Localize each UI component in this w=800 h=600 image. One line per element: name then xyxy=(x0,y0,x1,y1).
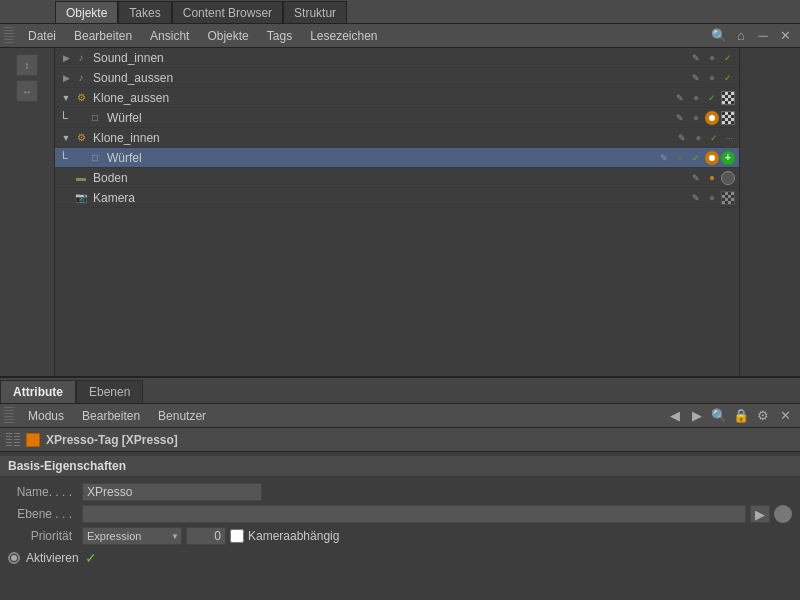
ebene-arrow-icon[interactable]: ▶ xyxy=(750,505,770,523)
menu-lesezeichen[interactable]: Lesezeichen xyxy=(302,27,385,45)
table-row[interactable]: ▶ ♪ Sound_aussen ✎ ● ✓ xyxy=(55,68,739,88)
gear-attr-icon[interactable]: ⚙ xyxy=(754,407,772,425)
menu-modus[interactable]: Modus xyxy=(20,407,72,425)
tab-struktur[interactable]: Struktur xyxy=(283,1,347,23)
tab-takes[interactable]: Takes xyxy=(118,1,171,23)
expand-arrow[interactable]: ▶ xyxy=(59,53,73,63)
dot-icon[interactable]: ● xyxy=(691,131,705,145)
camera-icon: 📷 xyxy=(73,190,89,206)
ebene-input[interactable] xyxy=(82,505,746,523)
prop-row-ebene: Ebene . . . ▶ xyxy=(0,503,800,525)
dot-icon[interactable]: ● xyxy=(705,71,719,85)
menu-bearbeiten-attr[interactable]: Bearbeiten xyxy=(74,407,148,425)
cloner-icon: ⚙ xyxy=(73,130,89,146)
arrow-left-icon[interactable]: ◀ xyxy=(666,407,684,425)
table-row[interactable]: ▬ Boden ✎ ● xyxy=(55,168,739,188)
dot-icon[interactable]: ● xyxy=(705,191,719,205)
menu-objekte[interactable]: Objekte xyxy=(199,27,256,45)
dropdown-wrapper: Expression ▼ xyxy=(82,527,182,545)
name-input[interactable] xyxy=(82,483,262,501)
edit-icon[interactable]: ✎ xyxy=(657,151,671,165)
object-name: Würfel xyxy=(107,111,673,125)
sidebar-btn-1[interactable]: ↕ xyxy=(16,54,38,76)
obj-controls: ✎ ● xyxy=(689,191,739,205)
menu-bar: Datei Bearbeiten Ansicht Objekte Tags Le… xyxy=(0,24,800,48)
kameraabhaengig-checkbox[interactable] xyxy=(230,529,244,543)
check-icon[interactable]: ✓ xyxy=(689,151,703,165)
close-icon[interactable]: ✕ xyxy=(776,27,794,45)
tab-attribute[interactable]: Attribute xyxy=(0,380,76,403)
search-attr-icon[interactable]: 🔍 xyxy=(710,407,728,425)
table-row[interactable]: ▼ ⚙ Klone_innen ✎ ● ✓ ··· xyxy=(55,128,739,148)
edit-icon[interactable]: ✎ xyxy=(689,171,703,185)
object-name: Sound_aussen xyxy=(93,71,689,85)
menu-bearbeiten[interactable]: Bearbeiten xyxy=(66,27,140,45)
table-row[interactable]: └ □ Würfel ✎ ● xyxy=(55,108,739,128)
xpresso-tag-icon xyxy=(26,433,40,447)
dot-icon[interactable]: ● xyxy=(673,151,687,165)
edit-icon[interactable]: ✎ xyxy=(689,191,703,205)
close-attr-icon[interactable]: ✕ xyxy=(776,407,794,425)
obj-controls: ✎ ● ✓ xyxy=(689,51,739,65)
object-name: Klone_aussen xyxy=(93,91,673,105)
dot-icon[interactable]: ● xyxy=(689,91,703,105)
menu-benutzer[interactable]: Benutzer xyxy=(150,407,214,425)
object-name: Sound_innen xyxy=(93,51,689,65)
object-name: Klone_innen xyxy=(93,131,675,145)
sidebar-btn-2[interactable]: ↔ xyxy=(16,80,38,102)
menu-tags[interactable]: Tags xyxy=(259,27,300,45)
obj-controls: ✎ ● xyxy=(673,111,739,125)
prioritaet-dropdown[interactable]: Expression xyxy=(82,527,182,545)
home-icon[interactable]: ⌂ xyxy=(732,27,750,45)
expand-arrow-open[interactable]: ▼ xyxy=(59,133,73,143)
edit-icon[interactable]: ✎ xyxy=(673,111,687,125)
grip-icon xyxy=(4,407,14,425)
ebene-label: Ebene . . . xyxy=(8,507,78,521)
edit-icon[interactable]: ✎ xyxy=(675,131,689,145)
minus-icon[interactable]: ─ xyxy=(754,27,772,45)
dot-icon[interactable]: ● xyxy=(705,171,719,185)
check-icon[interactable]: ✓ xyxy=(705,91,719,105)
table-row[interactable]: ▼ ⚙ Klone_aussen ✎ ● ✓ xyxy=(55,88,739,108)
prioritaet-number[interactable] xyxy=(186,527,226,545)
add-badge-icon: + xyxy=(721,151,735,165)
prop-row-prioritaet: Priorität Expression ▼ Kameraabhängig xyxy=(0,525,800,547)
obj-controls: ✎ ● ✓ ··· xyxy=(675,131,739,145)
arrow-right-icon[interactable]: ▶ xyxy=(688,407,706,425)
attr-tab-bar: Attribute Ebenen xyxy=(0,378,800,404)
edit-icon[interactable]: ✎ xyxy=(689,51,703,65)
table-row[interactable]: ▶ ♪ Sound_innen ✎ ● ✓ xyxy=(55,48,739,68)
check-icon[interactable]: ✓ xyxy=(721,71,735,85)
xpresso-header: XPresso-Tag [XPresso] xyxy=(0,428,800,452)
ebene-color-icon[interactable] xyxy=(774,505,792,523)
dot-icon[interactable]: ● xyxy=(705,51,719,65)
menu-datei[interactable]: Datei xyxy=(20,27,64,45)
dot-icon[interactable]: ● xyxy=(689,111,703,125)
tab-objekte[interactable]: Objekte xyxy=(55,1,118,23)
lock-icon[interactable]: 🔒 xyxy=(732,407,750,425)
prop-row-name: Name. . . . xyxy=(0,481,800,503)
table-row[interactable]: 📷 Kamera ✎ ● xyxy=(55,188,739,208)
expand-arrow[interactable]: ▶ xyxy=(59,73,73,83)
cube-icon: □ xyxy=(87,150,103,166)
search-icon[interactable]: 🔍 xyxy=(710,27,728,45)
left-sidebar: ↕ ↔ xyxy=(0,48,55,376)
expand-arrow-open[interactable]: ▼ xyxy=(59,93,73,103)
xpresso-label: XPresso-Tag [XPresso] xyxy=(46,433,178,447)
sound-icon: ♪ xyxy=(73,70,89,86)
grip-small-icon xyxy=(6,433,20,447)
edit-icon[interactable]: ✎ xyxy=(689,71,703,85)
edit-icon[interactable]: ✎ xyxy=(673,91,687,105)
check-icon[interactable]: ✓ xyxy=(721,51,735,65)
obj-controls: ✎ ● xyxy=(689,171,739,185)
aktivieren-label: Aktivieren xyxy=(26,551,79,565)
section-header: Basis-Eigenschaften xyxy=(0,456,800,477)
radio-button[interactable] xyxy=(8,552,20,564)
menu-ansicht[interactable]: Ansicht xyxy=(142,27,197,45)
tab-ebenen[interactable]: Ebenen xyxy=(76,380,143,403)
tab-content-browser[interactable]: Content Browser xyxy=(172,1,283,23)
grip-icon xyxy=(4,27,14,45)
check-icon[interactable]: ✓ xyxy=(707,131,721,145)
table-row[interactable]: └ □ Würfel ✎ ● ✓ + xyxy=(55,148,739,168)
orange-tag-icon xyxy=(705,151,719,165)
